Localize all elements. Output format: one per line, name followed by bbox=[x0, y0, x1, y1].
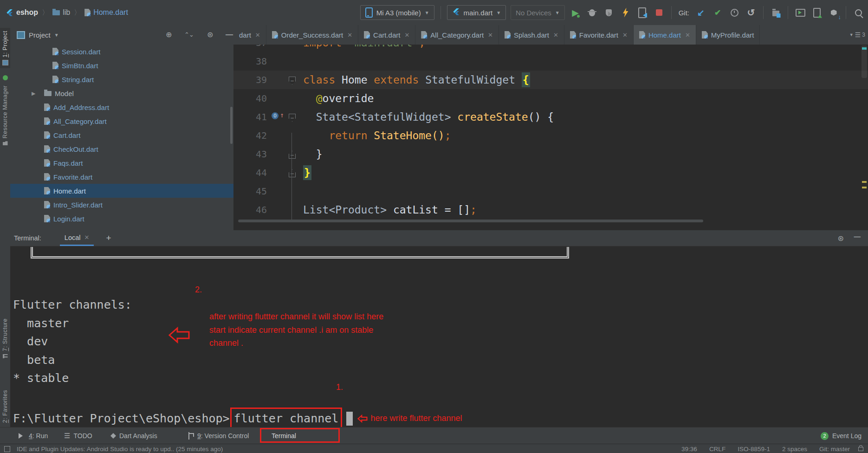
code-editor[interactable]: 37import 'main.dart';3839–class Home ext… bbox=[233, 45, 868, 230]
dart-file-icon bbox=[364, 31, 370, 39]
tool-window-button-project[interactable]: 1: Project bbox=[0, 28, 10, 68]
expand-arrow-icon[interactable]: ▶ bbox=[32, 91, 35, 97]
statusbar-item-todo[interactable]: ☰TODO bbox=[64, 427, 92, 444]
hot-reload-button[interactable] bbox=[620, 6, 632, 19]
breadcrumb-item-eshop[interactable]: eshop bbox=[6, 8, 38, 17]
fold-marker-icon[interactable]: – bbox=[289, 169, 296, 177]
device-manager-button[interactable] bbox=[811, 6, 823, 19]
fold-marker-icon[interactable]: – bbox=[289, 114, 296, 122]
overriding-method-icon[interactable]: O bbox=[272, 112, 279, 119]
line-separator[interactable]: CRLF bbox=[709, 446, 725, 453]
tab-myprofile-dart[interactable]: MyProfile.dart bbox=[696, 25, 760, 45]
gear-icon[interactable]: ⊛ bbox=[838, 234, 844, 243]
tree-item-string-dart[interactable]: String.dart bbox=[10, 72, 233, 86]
stop-button[interactable] bbox=[653, 6, 665, 19]
tab-order_success-dart[interactable]: Order_Success.dart✕ bbox=[266, 25, 358, 45]
collapse-all-button[interactable]: ⌃⌄ bbox=[184, 31, 194, 39]
debug-button[interactable] bbox=[586, 6, 598, 19]
close-icon[interactable]: ✕ bbox=[404, 32, 409, 39]
close-icon[interactable]: ✕ bbox=[622, 32, 628, 39]
status-toolbar: 2 Event Log 4: Run☰TODODart Analysis9: V… bbox=[0, 427, 868, 444]
locate-file-button[interactable]: ⊕ bbox=[166, 31, 172, 39]
tree-item-add_address-dart[interactable]: Add_Address.dart bbox=[10, 100, 233, 114]
event-log-button[interactable]: 2 Event Log bbox=[821, 427, 862, 444]
tool-window-button-favorites[interactable]: 2: Favorites★ bbox=[0, 390, 10, 433]
tree-item-home-dart[interactable]: Home.dart bbox=[10, 184, 233, 198]
close-icon[interactable]: ✕ bbox=[255, 32, 260, 39]
tree-item-label: SimBtn.dart bbox=[62, 62, 98, 70]
tree-item-faqs-dart[interactable]: Faqs.dart bbox=[10, 156, 233, 170]
git-history-button[interactable] bbox=[728, 6, 740, 19]
tool-window-button-resource[interactable]: Resource Manager bbox=[0, 85, 10, 145]
tab-favorite-dart[interactable]: Favorite.dart✕ bbox=[564, 25, 634, 45]
hide-terminal-button[interactable]: — bbox=[854, 233, 861, 240]
close-icon[interactable]: ✕ bbox=[685, 32, 690, 39]
target-device-dropdown[interactable]: No Devices ▼ bbox=[511, 5, 565, 20]
avd-manager-button[interactable] bbox=[794, 6, 806, 19]
tab-splash-dart[interactable]: Splash.dart✕ bbox=[499, 25, 564, 45]
search-everywhere-button[interactable] bbox=[852, 6, 864, 19]
tree-item-session-dart[interactable]: Session.dart bbox=[10, 45, 233, 58]
git-branch[interactable]: Git: master bbox=[819, 446, 850, 453]
annotation-note-2: after writing fluttter channel it will s… bbox=[209, 310, 383, 350]
close-icon[interactable]: ✕ bbox=[347, 32, 352, 39]
code-line-45: 45 bbox=[233, 182, 868, 201]
caret-position[interactable]: 39:36 bbox=[681, 446, 697, 453]
tree-item-model[interactable]: ▶Model bbox=[10, 86, 233, 100]
file-encoding[interactable]: ISO-8859-1 bbox=[738, 446, 770, 453]
close-icon[interactable]: ✕ bbox=[553, 32, 558, 39]
statusbar-item-run[interactable]: 4: Run bbox=[19, 427, 48, 444]
tree-scrollbar[interactable] bbox=[230, 107, 233, 144]
green-status-icon[interactable] bbox=[0, 75, 10, 80]
chevron-down-icon[interactable]: ▼ bbox=[54, 32, 59, 38]
hidden-tabs-button[interactable]: ▼☰3 bbox=[849, 25, 865, 45]
tab-home-dart[interactable]: Home.dart✕ bbox=[634, 25, 696, 45]
statusbar-item-vc[interactable]: 9: Version Control bbox=[188, 427, 249, 444]
tab-all_category-dart[interactable]: All_Category.dart✕ bbox=[415, 25, 499, 45]
dart-file-icon bbox=[421, 31, 427, 39]
code-line-42: 42 return StateHome(); bbox=[233, 126, 868, 145]
new-terminal-button[interactable]: + bbox=[106, 233, 111, 243]
status-message[interactable]: IDE and Plugin Updates: Android Studio i… bbox=[17, 446, 223, 453]
run-button[interactable]: ▶ bbox=[570, 6, 582, 19]
device-selector-dropdown[interactable]: Mi A3 (mobile) ▼ bbox=[360, 5, 434, 20]
tab-dart[interactable]: dart✕ bbox=[233, 25, 266, 45]
terminal-prompt-row[interactable]: F:\Flutter Project\eShop\eshop>flutter c… bbox=[13, 408, 462, 430]
breadcrumb-item-home-dart[interactable]: Home.dart bbox=[84, 8, 128, 17]
tree-item-checkout-dart[interactable]: CheckOut.dart bbox=[10, 142, 233, 156]
fold-marker-icon[interactable]: – bbox=[289, 151, 296, 159]
tab-label: Splash.dart bbox=[514, 31, 549, 39]
close-icon[interactable]: ✕ bbox=[488, 32, 493, 39]
structure-icon bbox=[3, 354, 8, 358]
git-rollback-button[interactable]: ↺ bbox=[745, 6, 757, 19]
statusbar-item-dart[interactable]: Dart Analysis bbox=[110, 427, 157, 444]
tree-item-intro_slider-dart[interactable]: Intro_Slider.dart bbox=[10, 198, 233, 212]
tree-item-simbtn-dart[interactable]: SimBtn.dart bbox=[10, 58, 233, 72]
run-config-dropdown[interactable]: main.dart ▼ bbox=[447, 5, 506, 20]
sdk-manager-button[interactable] bbox=[828, 6, 840, 19]
profile-button[interactable] bbox=[603, 6, 615, 19]
gear-icon[interactable]: ⊛ bbox=[207, 31, 213, 39]
code-text: } bbox=[303, 163, 311, 182]
editor-horizontal-scrollbar[interactable] bbox=[238, 220, 703, 222]
indent-style[interactable]: 2 spaces bbox=[782, 446, 807, 453]
git-commit-button[interactable]: ✔ bbox=[712, 6, 724, 19]
breadcrumb-item-lib[interactable]: lib bbox=[52, 8, 70, 17]
tree-item-all_category-dart[interactable]: All_Category.dart bbox=[10, 114, 233, 128]
fold-marker-icon[interactable]: – bbox=[289, 77, 296, 84]
editor-vertical-scrollbar[interactable] bbox=[862, 45, 867, 78]
terminal-tab-local[interactable]: Local ✕ bbox=[60, 230, 94, 246]
tree-item-favorite-dart[interactable]: Favorite.dart bbox=[10, 170, 233, 184]
terminal-output: Flutter channels: master dev beta * stab… bbox=[13, 296, 132, 388]
project-structure-button[interactable] bbox=[770, 6, 782, 19]
close-icon[interactable]: ✕ bbox=[84, 234, 90, 241]
flutter-attach-button[interactable] bbox=[636, 6, 648, 19]
tab-cart-dart[interactable]: Cart.dart✕ bbox=[358, 25, 415, 45]
tool-window-button-structure[interactable]: 7: Structure bbox=[0, 318, 10, 358]
tree-item-cart-dart[interactable]: Cart.dart bbox=[10, 128, 233, 142]
breadcrumb-separator: 〉 bbox=[74, 8, 81, 17]
statusbar-item-terminal[interactable]: Terminal bbox=[268, 427, 296, 444]
git-update-button[interactable]: ↙ bbox=[695, 6, 707, 19]
hide-panel-button[interactable]: — bbox=[226, 31, 233, 39]
tree-item-login-dart[interactable]: Login.dart bbox=[10, 212, 233, 226]
